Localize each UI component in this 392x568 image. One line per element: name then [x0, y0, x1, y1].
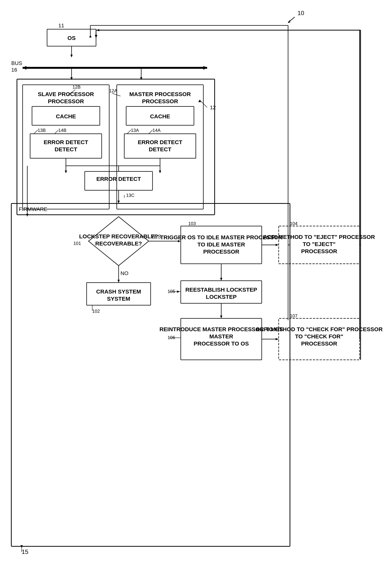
svg-rect-20 — [17, 79, 215, 215]
svg-marker-60 — [117, 280, 120, 283]
svg-marker-40 — [65, 171, 67, 173]
svg-line-28 — [55, 130, 58, 134]
svg-marker-14 — [23, 66, 26, 70]
svg-marker-42 — [159, 171, 161, 173]
lockstep-recoverable-label: LOCKSTEP RECOVERABLE? — [79, 233, 158, 239]
svg-text:RECOVERABLE?: RECOVERABLE? — [95, 240, 142, 247]
svg-marker-72 — [177, 291, 180, 293]
svg-rect-29 — [30, 134, 102, 158]
ref-13B: 13B — [38, 128, 46, 133]
svg-marker-17 — [70, 77, 73, 80]
ref-102: 102 — [92, 309, 100, 314]
cache-master-label: CACHE — [150, 113, 170, 119]
no-label: NO — [121, 270, 128, 276]
svg-text:DETECT: DETECT — [149, 146, 171, 152]
svg-marker-49 — [117, 201, 120, 204]
master-processor-label: MASTER PROCESSOR — [129, 91, 191, 97]
ref-10: 10 — [297, 10, 304, 16]
acpi-eject-label: ACPI METHOD TO "EJECT" PROCESSOR — [263, 234, 375, 240]
ref-15: 15 — [22, 548, 28, 555]
diagram: 10 11 OS BUS 16 12 12B SLAVE PROCESSOR P… — [0, 0, 392, 568]
error-detect-master-label: ERROR DETECT — [138, 139, 182, 145]
svg-text:DETECT: DETECT — [55, 146, 77, 152]
svg-text:PROCESSOR: PROCESSOR — [301, 248, 337, 254]
svg-marker-88 — [276, 338, 279, 340]
svg-marker-106 — [95, 35, 97, 38]
ref-104: 104 — [290, 221, 297, 226]
bus-label: BUS — [11, 60, 22, 66]
ref-106: 106 — [168, 335, 175, 340]
error-detect-slave-label: ERROR DETECT — [44, 139, 88, 145]
ref-13A: 13A — [131, 128, 139, 133]
firmware-label: FIRMWARE — [19, 206, 47, 212]
svg-marker-86 — [276, 244, 279, 246]
ref-105: 105 — [168, 289, 175, 294]
svg-text:MASTER: MASTER — [209, 333, 233, 339]
svg-marker-68 — [220, 278, 222, 281]
svg-text:TO "EJECT": TO "EJECT" — [303, 241, 336, 247]
crash-system-label: CRASH SYSTEM — [96, 289, 141, 295]
svg-marker-8 — [89, 35, 92, 38]
ref-12B: 12B — [72, 84, 81, 89]
svg-text:TO IDLE MASTER: TO IDLE MASTER — [197, 241, 245, 248]
svg-marker-15 — [203, 66, 207, 70]
svg-text:TO "CHECK FOR": TO "CHECK FOR" — [295, 333, 343, 339]
svg-marker-5 — [70, 55, 73, 58]
ref-11: 11 — [58, 23, 64, 29]
ref-12A: 12A — [109, 88, 117, 93]
svg-rect-52 — [11, 204, 290, 546]
yes-label: YES — [151, 233, 161, 239]
slave-processor-label: SLAVE PROCESSOR — [38, 91, 94, 97]
svg-text:PROCESSOR: PROCESSOR — [203, 248, 239, 255]
ref-16: 16 — [11, 67, 17, 73]
svg-marker-74 — [220, 316, 222, 318]
ref-103: 103 — [188, 221, 196, 226]
os-label: OS — [67, 35, 75, 41]
svg-line-36 — [149, 130, 153, 134]
svg-line-35 — [127, 130, 131, 134]
svg-marker-51 — [26, 214, 28, 217]
svg-text:SYSTEM: SYSTEM — [107, 296, 130, 302]
svg-text:PROCESSOR: PROCESSOR — [142, 98, 178, 104]
svg-text:PROCESSOR TO OS: PROCESSOR TO OS — [194, 340, 249, 347]
reestablish-lockstep-label: REESTABLISH LOCKSTEP — [185, 287, 257, 293]
ref-107: 107 — [290, 313, 297, 318]
svg-marker-19 — [140, 77, 142, 80]
ref-13C: 13C — [126, 193, 134, 198]
acpi-check-label: ACPI METHOD TO "CHECK FOR" PROCESSOR — [256, 326, 383, 332]
svg-text:LOCKSTEP: LOCKSTEP — [206, 294, 237, 300]
ref-101: 101 — [73, 241, 81, 246]
svg-rect-37 — [124, 134, 196, 158]
ref-14A: 14A — [153, 128, 161, 133]
svg-line-31 — [112, 93, 121, 96]
cache-slave-label: CACHE — [56, 113, 76, 119]
error-detect-combined-label: ERROR DETECT — [96, 176, 141, 182]
ref-14B: 14B — [58, 128, 67, 133]
svg-line-27 — [34, 130, 38, 134]
svg-text:PROCESSOR: PROCESSOR — [48, 98, 84, 104]
ref-12: 12 — [210, 104, 216, 110]
svg-text:PROCESSOR: PROCESSOR — [301, 340, 337, 347]
